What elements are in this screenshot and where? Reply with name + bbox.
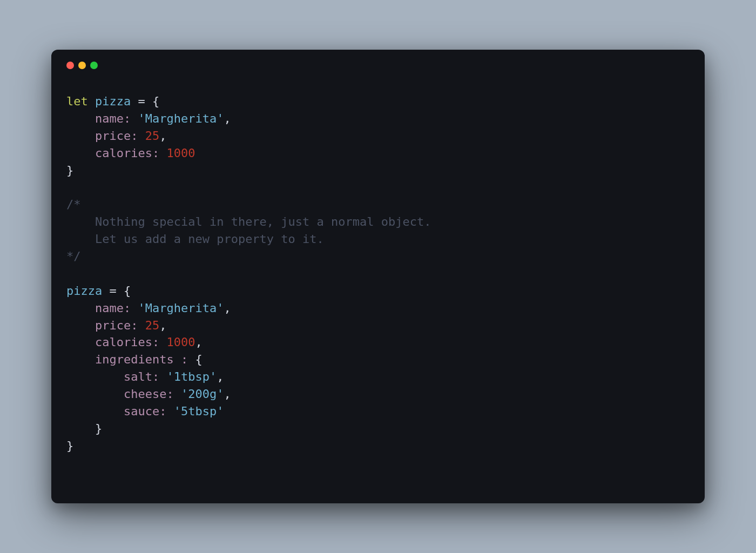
val-1000: 1000 xyxy=(166,335,195,349)
comma: , xyxy=(224,387,231,401)
prop-cheese: cheese: xyxy=(124,387,181,401)
val-200g: '200g' xyxy=(181,387,224,401)
comma: , xyxy=(159,319,166,332)
val-5tbsp: '5tbsp' xyxy=(174,404,224,418)
prop-name: name: xyxy=(95,301,138,315)
keyword-let: let xyxy=(66,95,88,108)
operator-eq: = xyxy=(131,95,152,108)
brace-close: } xyxy=(95,422,102,435)
window-titlebar xyxy=(66,62,690,69)
prop-price: price: xyxy=(95,319,145,332)
val-1000: 1000 xyxy=(166,146,195,160)
prop-name: name: xyxy=(95,112,138,125)
comment-line1: Nothing special in there, just a normal … xyxy=(66,215,431,228)
brace-close: } xyxy=(66,439,73,453)
brace-open: { xyxy=(124,284,131,298)
prop-calories: calories: xyxy=(95,335,166,349)
prop-price: price: xyxy=(95,129,145,143)
comment-close: */ xyxy=(66,249,81,263)
brace-close: } xyxy=(66,164,73,177)
code-window: let pizza = { name: 'Margherita', price:… xyxy=(51,50,705,503)
comma: , xyxy=(224,301,231,315)
val-25: 25 xyxy=(145,129,160,143)
prop-salt: salt: xyxy=(124,370,166,383)
operator-eq: = xyxy=(102,284,124,298)
code-block: let pizza = { name: 'Margherita', price:… xyxy=(66,93,690,455)
brace-open: { xyxy=(195,353,202,366)
comment-open: /* xyxy=(66,198,81,211)
val-margherita: 'Margherita' xyxy=(138,112,224,125)
prop-sauce: sauce: xyxy=(124,404,174,418)
close-icon[interactable] xyxy=(66,62,74,69)
prop-calories: calories: xyxy=(95,146,166,160)
comma: , xyxy=(195,335,202,349)
comma: , xyxy=(159,129,166,143)
identifier-pizza: pizza xyxy=(95,95,131,108)
val-25: 25 xyxy=(145,319,160,332)
identifier-pizza: pizza xyxy=(66,284,102,298)
maximize-icon[interactable] xyxy=(90,62,98,69)
prop-ingredients: ingredients : xyxy=(95,353,195,366)
comma: , xyxy=(217,370,224,383)
brace-open: { xyxy=(152,95,159,108)
minimize-icon[interactable] xyxy=(78,62,86,69)
val-margherita: 'Margherita' xyxy=(138,301,224,315)
val-1tbsp: '1tbsp' xyxy=(166,370,217,383)
comma: , xyxy=(224,112,231,125)
comment-line2: Let us add a new property to it. xyxy=(66,232,324,246)
